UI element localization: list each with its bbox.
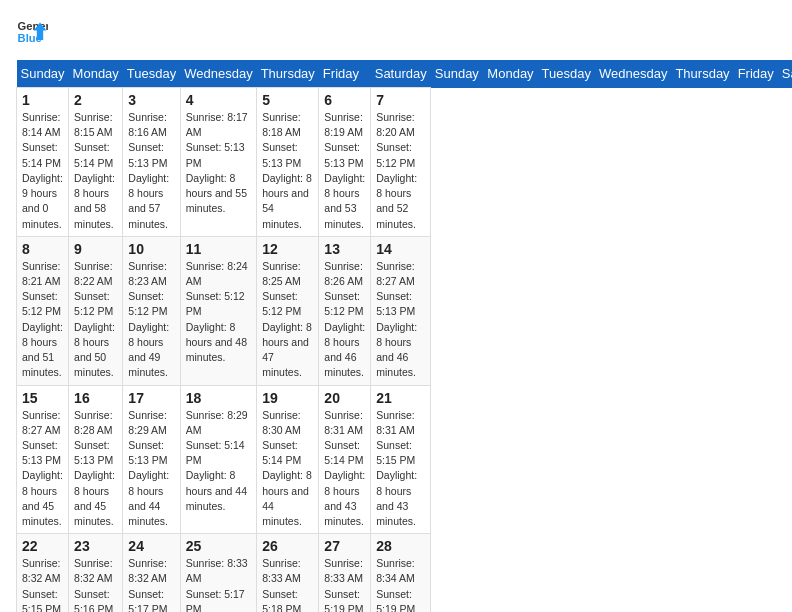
day-info: Sunrise: 8:28 AM Sunset: 5:13 PM Dayligh…: [74, 408, 117, 530]
day-number: 7: [376, 92, 425, 108]
day-info: Sunrise: 8:32 AM Sunset: 5:15 PM Dayligh…: [22, 556, 63, 612]
calendar-cell: 17 Sunrise: 8:29 AM Sunset: 5:13 PM Dayl…: [123, 385, 180, 534]
calendar-cell: 8 Sunrise: 8:21 AM Sunset: 5:12 PM Dayli…: [17, 236, 69, 385]
calendar-cell: 15 Sunrise: 8:27 AM Sunset: 5:13 PM Dayl…: [17, 385, 69, 534]
day-number: 11: [186, 241, 251, 257]
calendar-cell: 5 Sunrise: 8:18 AM Sunset: 5:13 PM Dayli…: [257, 88, 319, 237]
calendar-cell: 22 Sunrise: 8:32 AM Sunset: 5:15 PM Dayl…: [17, 534, 69, 612]
col-header-monday: Monday: [69, 60, 123, 88]
calendar-cell: 13 Sunrise: 8:26 AM Sunset: 5:12 PM Dayl…: [319, 236, 371, 385]
day-info: Sunrise: 8:33 AM Sunset: 5:17 PM Dayligh…: [186, 556, 251, 612]
day-info: Sunrise: 8:29 AM Sunset: 5:14 PM Dayligh…: [186, 408, 251, 515]
day-info: Sunrise: 8:25 AM Sunset: 5:12 PM Dayligh…: [262, 259, 313, 381]
calendar-week-1: 1 Sunrise: 8:14 AM Sunset: 5:14 PM Dayli…: [17, 88, 793, 237]
col-header-thursday: Thursday: [257, 60, 319, 88]
day-info: Sunrise: 8:27 AM Sunset: 5:13 PM Dayligh…: [376, 259, 425, 381]
calendar-cell: 27 Sunrise: 8:33 AM Sunset: 5:19 PM Dayl…: [319, 534, 371, 612]
calendar-cell: 3 Sunrise: 8:16 AM Sunset: 5:13 PM Dayli…: [123, 88, 180, 237]
day-number: 27: [324, 538, 365, 554]
day-number: 18: [186, 390, 251, 406]
calendar-cell: 9 Sunrise: 8:22 AM Sunset: 5:12 PM Dayli…: [69, 236, 123, 385]
day-number: 8: [22, 241, 63, 257]
col-header-sunday: Sunday: [431, 60, 484, 88]
day-number: 17: [128, 390, 174, 406]
day-info: Sunrise: 8:24 AM Sunset: 5:12 PM Dayligh…: [186, 259, 251, 366]
calendar-cell: 12 Sunrise: 8:25 AM Sunset: 5:12 PM Dayl…: [257, 236, 319, 385]
calendar-cell: 7 Sunrise: 8:20 AM Sunset: 5:12 PM Dayli…: [371, 88, 431, 237]
day-number: 6: [324, 92, 365, 108]
day-info: Sunrise: 8:32 AM Sunset: 5:16 PM Dayligh…: [74, 556, 117, 612]
day-info: Sunrise: 8:31 AM Sunset: 5:14 PM Dayligh…: [324, 408, 365, 530]
calendar-cell: 6 Sunrise: 8:19 AM Sunset: 5:13 PM Dayli…: [319, 88, 371, 237]
col-header-thursday: Thursday: [671, 60, 733, 88]
calendar-cell: 24 Sunrise: 8:32 AM Sunset: 5:17 PM Dayl…: [123, 534, 180, 612]
day-info: Sunrise: 8:20 AM Sunset: 5:12 PM Dayligh…: [376, 110, 425, 232]
day-number: 5: [262, 92, 313, 108]
day-info: Sunrise: 8:22 AM Sunset: 5:12 PM Dayligh…: [74, 259, 117, 381]
day-number: 14: [376, 241, 425, 257]
col-header-saturday: Saturday: [778, 60, 792, 88]
calendar-cell: 25 Sunrise: 8:33 AM Sunset: 5:17 PM Dayl…: [180, 534, 256, 612]
col-header-monday: Monday: [483, 60, 537, 88]
day-number: 9: [74, 241, 117, 257]
day-number: 2: [74, 92, 117, 108]
day-info: Sunrise: 8:33 AM Sunset: 5:18 PM Dayligh…: [262, 556, 313, 612]
calendar-cell: 2 Sunrise: 8:15 AM Sunset: 5:14 PM Dayli…: [69, 88, 123, 237]
calendar-cell: 14 Sunrise: 8:27 AM Sunset: 5:13 PM Dayl…: [371, 236, 431, 385]
day-number: 15: [22, 390, 63, 406]
day-number: 22: [22, 538, 63, 554]
day-number: 28: [376, 538, 425, 554]
day-info: Sunrise: 8:15 AM Sunset: 5:14 PM Dayligh…: [74, 110, 117, 232]
logo: General Blue: [16, 16, 48, 48]
day-info: Sunrise: 8:14 AM Sunset: 5:14 PM Dayligh…: [22, 110, 63, 232]
page-header: General Blue: [16, 16, 776, 48]
day-info: Sunrise: 8:33 AM Sunset: 5:19 PM Dayligh…: [324, 556, 365, 612]
day-number: 23: [74, 538, 117, 554]
calendar-cell: 28 Sunrise: 8:34 AM Sunset: 5:19 PM Dayl…: [371, 534, 431, 612]
calendar-table: SundayMondayTuesdayWednesdayThursdayFrid…: [16, 60, 792, 612]
day-number: 12: [262, 241, 313, 257]
day-number: 25: [186, 538, 251, 554]
day-number: 20: [324, 390, 365, 406]
calendar-cell: 20 Sunrise: 8:31 AM Sunset: 5:14 PM Dayl…: [319, 385, 371, 534]
day-info: Sunrise: 8:17 AM Sunset: 5:13 PM Dayligh…: [186, 110, 251, 217]
col-header-wednesday: Wednesday: [595, 60, 671, 88]
day-number: 10: [128, 241, 174, 257]
day-info: Sunrise: 8:16 AM Sunset: 5:13 PM Dayligh…: [128, 110, 174, 232]
calendar-week-4: 22 Sunrise: 8:32 AM Sunset: 5:15 PM Dayl…: [17, 534, 793, 612]
day-info: Sunrise: 8:21 AM Sunset: 5:12 PM Dayligh…: [22, 259, 63, 381]
calendar-cell: 21 Sunrise: 8:31 AM Sunset: 5:15 PM Dayl…: [371, 385, 431, 534]
col-header-friday: Friday: [734, 60, 778, 88]
svg-text:General: General: [18, 20, 48, 32]
col-header-friday: Friday: [319, 60, 371, 88]
day-number: 19: [262, 390, 313, 406]
calendar-week-2: 8 Sunrise: 8:21 AM Sunset: 5:12 PM Dayli…: [17, 236, 793, 385]
day-info: Sunrise: 8:23 AM Sunset: 5:12 PM Dayligh…: [128, 259, 174, 381]
col-header-sunday: Sunday: [17, 60, 69, 88]
day-info: Sunrise: 8:34 AM Sunset: 5:19 PM Dayligh…: [376, 556, 425, 612]
col-header-tuesday: Tuesday: [123, 60, 180, 88]
day-info: Sunrise: 8:31 AM Sunset: 5:15 PM Dayligh…: [376, 408, 425, 530]
header-row: SundayMondayTuesdayWednesdayThursdayFrid…: [17, 60, 793, 88]
day-info: Sunrise: 8:32 AM Sunset: 5:17 PM Dayligh…: [128, 556, 174, 612]
calendar-cell: 4 Sunrise: 8:17 AM Sunset: 5:13 PM Dayli…: [180, 88, 256, 237]
calendar-cell: 1 Sunrise: 8:14 AM Sunset: 5:14 PM Dayli…: [17, 88, 69, 237]
day-number: 21: [376, 390, 425, 406]
calendar-cell: 16 Sunrise: 8:28 AM Sunset: 5:13 PM Dayl…: [69, 385, 123, 534]
day-info: Sunrise: 8:18 AM Sunset: 5:13 PM Dayligh…: [262, 110, 313, 232]
day-number: 26: [262, 538, 313, 554]
calendar-cell: 23 Sunrise: 8:32 AM Sunset: 5:16 PM Dayl…: [69, 534, 123, 612]
day-number: 1: [22, 92, 63, 108]
day-number: 16: [74, 390, 117, 406]
calendar-cell: 26 Sunrise: 8:33 AM Sunset: 5:18 PM Dayl…: [257, 534, 319, 612]
calendar-cell: 10 Sunrise: 8:23 AM Sunset: 5:12 PM Dayl…: [123, 236, 180, 385]
col-header-tuesday: Tuesday: [538, 60, 595, 88]
day-info: Sunrise: 8:30 AM Sunset: 5:14 PM Dayligh…: [262, 408, 313, 530]
day-info: Sunrise: 8:29 AM Sunset: 5:13 PM Dayligh…: [128, 408, 174, 530]
day-number: 3: [128, 92, 174, 108]
day-number: 4: [186, 92, 251, 108]
day-info: Sunrise: 8:27 AM Sunset: 5:13 PM Dayligh…: [22, 408, 63, 530]
day-info: Sunrise: 8:26 AM Sunset: 5:12 PM Dayligh…: [324, 259, 365, 381]
col-header-saturday: Saturday: [371, 60, 431, 88]
day-number: 13: [324, 241, 365, 257]
